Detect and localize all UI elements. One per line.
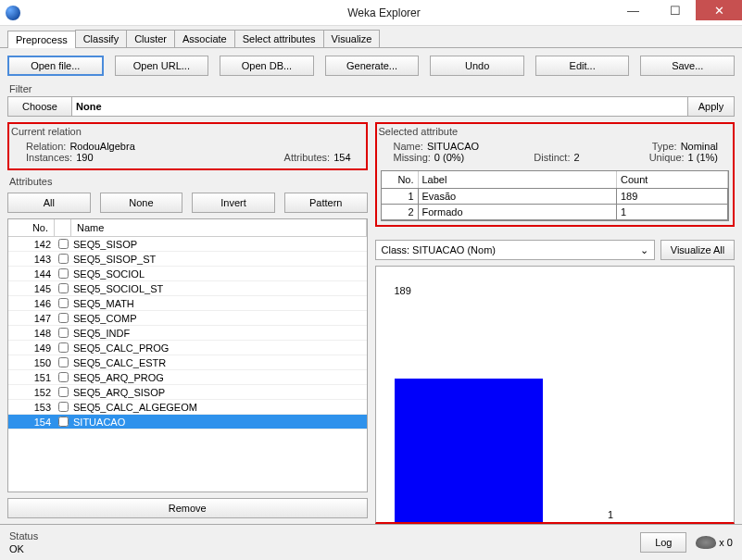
attribute-row[interactable]: 142SEQ5_SISOP: [8, 237, 367, 252]
filter-apply-button[interactable]: Apply: [688, 96, 735, 117]
col-no-header: No.: [8, 219, 55, 236]
col-name-header: Name: [71, 219, 367, 236]
none-button[interactable]: None: [100, 193, 183, 213]
attributes-value: 154: [333, 152, 350, 163]
bar-evasao: [395, 379, 543, 522]
ct-no-header: No.: [382, 171, 419, 188]
status-value: OK: [9, 543, 640, 554]
sa-unique-value: 1 (1%): [688, 152, 718, 163]
bird-icon: [696, 536, 716, 549]
sa-name-value: SITUACAO: [427, 141, 479, 152]
tab-associate[interactable]: Associate: [174, 30, 235, 47]
attribute-checkbox[interactable]: [58, 283, 69, 293]
attribute-checkbox[interactable]: [58, 357, 69, 367]
save-button[interactable]: Save...: [640, 56, 735, 76]
attribute-checkbox[interactable]: [58, 342, 69, 353]
open-url-button[interactable]: Open URL...: [115, 56, 209, 76]
attribute-checkbox[interactable]: [58, 402, 69, 412]
status-bar: Status OK Log x 0: [0, 524, 742, 560]
generate-button[interactable]: Generate...: [325, 56, 420, 76]
attributes-list: No. Name 142SEQ5_SISOP143SEQ5_SISOP_ST14…: [7, 218, 368, 492]
relation-value: RodouAlgebra: [69, 141, 134, 152]
toolbar: Open file... Open URL... Open DB... Gene…: [0, 48, 742, 83]
attributes-title: Attributes: [7, 174, 368, 189]
attribute-row[interactable]: 145SEQ5_SOCIOL_ST: [8, 281, 367, 296]
sa-missing-value: 0 (0%): [434, 152, 464, 163]
tab-visualize[interactable]: Visualize: [323, 30, 381, 47]
sa-type-value: Nominal: [681, 141, 718, 152]
edit-button[interactable]: Edit...: [535, 56, 630, 76]
undo-button[interactable]: Undo: [430, 56, 524, 76]
count-row: 1Evasão189: [382, 189, 729, 205]
attribute-row[interactable]: 154SITUACAO: [8, 415, 367, 429]
open-file-button[interactable]: Open file...: [7, 56, 104, 76]
minimize-button[interactable]: —: [612, 0, 654, 20]
visualization-area: 189 1: [375, 266, 736, 524]
filter-label: Filter: [0, 83, 742, 94]
sa-distinct-value: 2: [573, 152, 579, 163]
tab-preprocess[interactable]: Preprocess: [7, 31, 76, 48]
status-label: Status: [9, 530, 640, 541]
class-select[interactable]: Class: SITUACAO (Nom) ⌄: [375, 240, 656, 260]
tab-classify[interactable]: Classify: [75, 30, 128, 47]
attribute-row[interactable]: 150SEQ5_CALC_ESTR: [8, 355, 367, 370]
filter-choose-button[interactable]: Choose: [7, 96, 72, 117]
sa-name-key: Name:: [394, 141, 423, 152]
attributes-list-body[interactable]: 142SEQ5_SISOP143SEQ5_SISOP_ST144SEQ5_SOC…: [8, 237, 367, 492]
attribute-row[interactable]: 152SEQ5_ARQ_SISOP: [8, 385, 367, 400]
attribute-checkbox[interactable]: [58, 313, 69, 323]
attribute-row[interactable]: 148SEQ5_INDF: [8, 326, 367, 341]
tab-cluster[interactable]: Cluster: [126, 30, 175, 47]
class-select-value: Class: SITUACAO (Nom): [382, 244, 496, 255]
chevron-down-icon: ⌄: [640, 244, 648, 256]
app-icon: [6, 6, 20, 20]
attribute-row[interactable]: 147SEQ5_COMP: [8, 311, 367, 326]
invert-button[interactable]: Invert: [192, 193, 275, 213]
attribute-checkbox[interactable]: [58, 417, 69, 427]
attribute-row[interactable]: 153SEQ5_CALC_ALGEGEOM: [8, 400, 367, 415]
col-cb-header: [55, 219, 71, 236]
sa-missing-key: Missing:: [394, 152, 431, 163]
selected-attribute-title: Selected attribute: [377, 124, 734, 139]
open-db-button[interactable]: Open DB...: [220, 56, 314, 76]
ct-count-header: Count: [617, 171, 728, 188]
all-button[interactable]: All: [7, 193, 91, 213]
attribute-checkbox[interactable]: [58, 328, 69, 338]
maximize-button[interactable]: ☐: [654, 0, 696, 20]
current-relation-panel: Current relation Relation:RodouAlgebra I…: [7, 122, 368, 170]
titlebar: Weka Explorer — ☐ ✕: [0, 0, 742, 26]
bar-evasao-label: 189: [395, 285, 411, 296]
attribute-checkbox[interactable]: [58, 254, 69, 264]
remove-button[interactable]: Remove: [7, 498, 368, 518]
attribute-row[interactable]: 151SEQ5_ARQ_PROG: [8, 370, 367, 385]
instances-key: Instances:: [26, 152, 72, 163]
attribute-checkbox[interactable]: [58, 372, 69, 382]
attribute-checkbox[interactable]: [58, 239, 69, 249]
visualize-all-button[interactable]: Visualize All: [660, 240, 735, 260]
tab-select-attributes[interactable]: Select attributes: [234, 30, 324, 47]
count-table: No. Label Count 1Evasão1892Formado1: [381, 170, 730, 221]
attribute-row[interactable]: 146SEQ5_MATH: [8, 296, 367, 311]
close-button[interactable]: ✕: [696, 0, 742, 20]
attribute-checkbox[interactable]: [58, 268, 69, 279]
relation-key: Relation:: [26, 141, 66, 152]
sa-unique-key: Unique:: [649, 152, 685, 163]
filter-value[interactable]: None: [72, 96, 688, 117]
weka-bird: x 0: [696, 536, 733, 549]
sa-distinct-key: Distinct:: [534, 152, 570, 163]
attribute-row[interactable]: 149SEQ5_CALC_PROG: [8, 341, 367, 355]
attribute-row[interactable]: 143SEQ5_SISOP_ST: [8, 252, 367, 267]
instances-value: 190: [76, 152, 93, 163]
sa-type-key: Type:: [652, 141, 677, 152]
selected-attribute-panel: Selected attribute Name:SITUACAO Type:No…: [375, 122, 736, 227]
pattern-button[interactable]: Pattern: [284, 193, 368, 213]
bird-count: x 0: [719, 537, 733, 548]
log-button[interactable]: Log: [640, 532, 686, 553]
attribute-row[interactable]: 144SEQ5_SOCIOL: [8, 267, 367, 281]
count-row: 2Formado1: [382, 205, 729, 220]
attribute-checkbox[interactable]: [58, 298, 69, 308]
attribute-checkbox[interactable]: [58, 387, 69, 397]
ct-label-header: Label: [419, 171, 618, 188]
bar-formado-label: 1: [608, 509, 613, 520]
attributes-key: Attributes:: [284, 152, 331, 163]
